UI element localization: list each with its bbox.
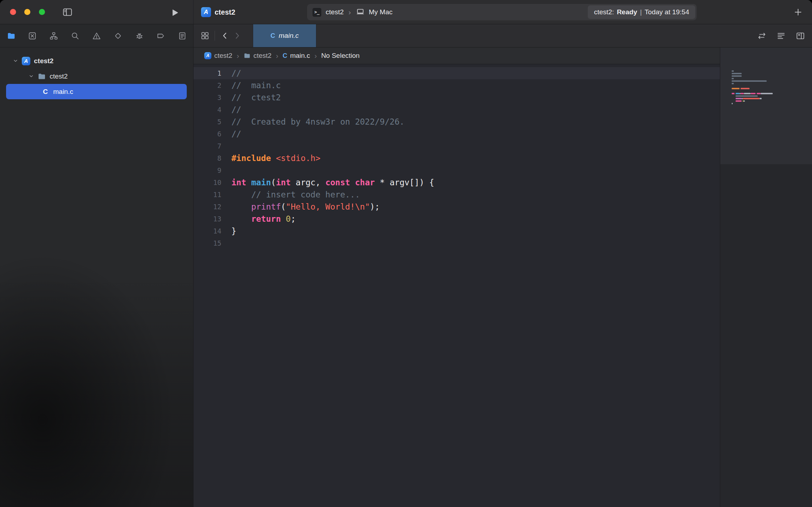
token-plain: ; [291,214,296,224]
breadcrumb-label: No Selection [321,52,360,60]
code-line-5[interactable]: 5// Created by 4nsw3r on 2022/9/26. [194,116,720,128]
code-line-12[interactable]: 12 printf("Hello, World!\n"); [194,201,720,213]
chevron-right-icon [233,31,241,40]
add-button[interactable] [792,6,804,18]
swap-editor-icon[interactable] [757,31,767,41]
tree-row-main-c[interactable]: Cmain.c [6,84,187,99]
breadcrumb-label: ctest2 [254,52,272,60]
code-line-10[interactable]: 10int main(int argc, const char * argv[]… [194,176,720,189]
line-number[interactable]: 15 [194,237,221,249]
tree-row-ctest2[interactable]: ctest2 [6,69,187,84]
toggle-sidebar-button[interactable] [61,6,74,18]
line-number[interactable]: 13 [194,213,221,225]
line-number[interactable]: 2 [194,79,221,91]
minimap-segment [760,98,762,99]
disclosure-triangle-icon[interactable] [25,74,37,79]
source-control-navigator-tab[interactable] [27,30,38,41]
line-number[interactable]: 14 [194,225,221,237]
c-file-icon: C [41,88,50,96]
breadcrumb-item-ctest2[interactable]: ctest2 [244,52,272,60]
minimap-column[interactable] [720,47,812,507]
code-line-2[interactable]: 2// main.c [194,79,720,91]
status-separator: | [640,8,642,16]
token-number: 0 [286,214,291,224]
line-number[interactable]: 8 [194,152,221,164]
minimap-line [732,97,807,100]
editor-options-icon[interactable] [776,31,786,41]
debug-navigator-tab[interactable] [134,30,145,41]
toolbar: A ctest2 >_ ctest2 › My Mac ctest2: Read… [0,0,812,24]
breadcrumb-item-no-selection[interactable]: No Selection [321,52,360,60]
token-plain [231,202,251,211]
destination-name[interactable]: My Mac [369,8,393,16]
zoom-window-button[interactable] [39,9,45,15]
line-number[interactable]: 9 [194,164,221,176]
code-line-3[interactable]: 3// ctest2 [194,91,720,104]
line-number[interactable]: 12 [194,201,221,213]
token-comment: // main.c [231,81,281,90]
breakpoint-navigator-tab[interactable] [155,30,166,41]
code-line-7[interactable]: 7 [194,140,720,152]
scheme-selector[interactable]: >_ ctest2 › My Mac [307,7,397,17]
code-line-8[interactable]: 8#include <stdio.h> [194,152,720,164]
issue-navigator-tab[interactable] [91,30,102,41]
line-number[interactable]: 4 [194,104,221,116]
project-navigator-tab[interactable] [6,30,16,41]
token-plain [231,214,251,224]
close-window-button[interactable] [10,9,16,15]
minimap-segment [736,93,740,94]
go-back-button[interactable] [219,30,231,41]
line-number[interactable]: 11 [194,189,221,201]
code-line-14[interactable]: 14} [194,225,720,237]
line-number[interactable]: 5 [194,116,221,128]
code-line-9[interactable]: 9 [194,164,720,176]
line-number[interactable]: 3 [194,91,221,104]
line-number[interactable]: 1 [194,67,221,79]
editor-tab-main-c[interactable]: C main.c [253,24,316,47]
editor-area: C main.c Actest2›ctest2›Cmain.c›No Selec… [194,24,812,507]
toolbar-left-section [0,0,194,24]
scheme-name[interactable]: ctest2 [326,8,344,16]
find-navigator-tab[interactable] [70,30,81,41]
minimize-window-button[interactable] [24,9,30,15]
report-navigator-tab[interactable] [177,30,187,41]
token-plain: ( [271,178,276,187]
status-project: ctest2: [594,8,614,16]
minimap[interactable] [732,70,807,107]
folder-filled-icon [7,31,16,40]
token-plain [231,190,251,199]
token-keyword: int [231,178,246,187]
project-app-icon: A [201,7,211,17]
run-button[interactable] [169,7,181,18]
test-navigator-tab[interactable] [112,30,123,41]
minimap-segment [743,98,760,99]
symbol-navigator-tab[interactable] [49,30,59,41]
activity-view[interactable]: ctest2: Ready | Today at 19:54 [588,5,695,19]
code-line-content: return 0; [231,213,296,225]
code-line-11[interactable]: 11 // insert code here... [194,189,720,201]
report-icon [178,31,187,40]
code-line-1[interactable]: 1// [194,67,720,79]
go-forward-button[interactable] [231,30,243,41]
code-line-4[interactable]: 4// [194,104,720,116]
code-editor[interactable]: 1//2// main.c3// ctest24//5// Created by… [194,64,720,507]
token-plain: ( [281,202,286,211]
minimap-segment [736,98,742,99]
line-number[interactable]: 10 [194,176,221,189]
code-line-15[interactable]: 15 [194,237,720,249]
line-number[interactable]: 6 [194,128,221,140]
navigator-tab-bar [0,24,193,47]
line-number[interactable]: 7 [194,140,221,152]
add-editor-icon[interactable] [796,31,805,41]
tree-item-label: ctest2 [34,57,54,65]
editor-actions [757,24,812,47]
toolbar-center-bar: >_ ctest2 › My Mac ctest2: Ready | Today… [307,4,697,20]
disclosure-triangle-icon[interactable] [9,58,21,64]
code-line-6[interactable]: 6// [194,128,720,140]
code-line-13[interactable]: 13 return 0; [194,213,720,225]
breadcrumb-item-main-c[interactable]: Cmain.c [282,52,310,60]
related-items-button[interactable] [199,30,211,41]
breadcrumb-item-ctest2[interactable]: Actest2 [204,52,232,60]
minimap-segment [732,93,735,94]
tree-row-ctest2[interactable]: Actest2 [6,53,187,69]
